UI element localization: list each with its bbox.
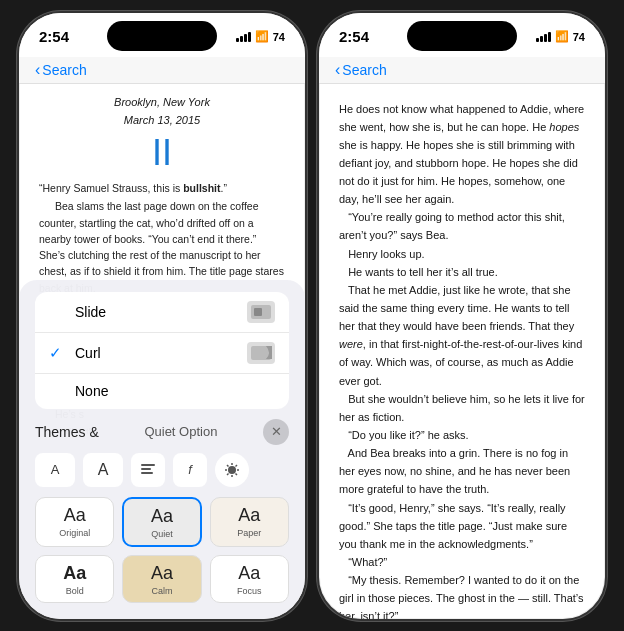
slide-option[interactable]: Slide: [35, 292, 289, 333]
none-option[interactable]: None: [35, 374, 289, 409]
curl-label: Curl: [75, 345, 101, 361]
right-para-6: “Do you like it?” he asks.: [339, 426, 585, 444]
theme-original-aa: Aa: [64, 506, 86, 524]
right-para-10: “My thesis. Remember? I wanted to do it …: [339, 571, 585, 620]
right-para-0: He does not know what happened to Addie,…: [339, 100, 585, 209]
book-location: Brooklyn, New York: [39, 94, 285, 111]
font-increase-button[interactable]: A: [83, 453, 123, 487]
left-nav-bar: ‹ Search: [19, 57, 305, 84]
left-status-icons: 📶 74: [236, 30, 285, 43]
right-book-content: He does not know what happened to Addie,…: [319, 84, 605, 621]
right-para-8: “It’s good, Henry,” she says. “It’s real…: [339, 499, 585, 553]
right-signal-icon: [536, 32, 551, 42]
left-phone: 2:54 📶 74 ‹ Search Brooklyn, N: [17, 11, 307, 621]
quiet-option-label: Quiet Option: [144, 424, 217, 439]
themes-header-row: Themes & Quiet Option ✕: [35, 419, 289, 445]
theme-quiet-label: Quiet: [151, 529, 173, 539]
curl-option[interactable]: ✓ Curl: [35, 333, 289, 374]
none-check: [49, 383, 67, 400]
svg-rect-3: [141, 464, 155, 466]
themes-label: Themes &: [35, 424, 99, 440]
svg-line-14: [227, 473, 229, 475]
left-nav-back-label: Search: [42, 62, 86, 78]
right-para-1: “You’re really going to method actor thi…: [339, 208, 585, 244]
left-back-button[interactable]: ‹ Search: [35, 61, 87, 79]
font-serif-icon[interactable]: f: [173, 453, 207, 487]
slide-check: [49, 303, 67, 320]
right-wifi-icon: 📶: [555, 30, 569, 43]
chapter-number: II: [39, 133, 285, 173]
theme-bold-aa: Aa: [63, 564, 86, 582]
theme-original[interactable]: Aa Original: [35, 497, 114, 547]
right-para-2: Henry looks up.: [339, 245, 585, 263]
slide-panel: Slide ✓ Curl None: [19, 280, 305, 619]
theme-original-label: Original: [59, 528, 90, 538]
right-para-9: “What?”: [339, 553, 585, 571]
wifi-icon: 📶: [255, 30, 269, 43]
svg-rect-4: [141, 468, 151, 470]
close-panel-button[interactable]: ✕: [263, 419, 289, 445]
right-nav-bar: ‹ Search: [319, 57, 605, 84]
theme-calm[interactable]: Aa Calm: [122, 555, 201, 603]
svg-line-13: [236, 465, 238, 467]
theme-paper-aa: Aa: [238, 506, 260, 524]
right-para-5: But she wouldn’t believe him, so he lets…: [339, 390, 585, 426]
phones-container: 2:54 📶 74 ‹ Search Brooklyn, N: [17, 11, 607, 621]
svg-point-6: [228, 466, 236, 474]
dynamic-island: [107, 21, 217, 51]
right-status-icons: 📶 74: [536, 30, 585, 43]
curl-check: ✓: [49, 344, 67, 362]
right-phone: 2:54 📶 74 ‹ Search He does not: [317, 11, 607, 621]
right-nav-back-label: Search: [342, 62, 386, 78]
theme-focus-aa: Aa: [238, 564, 260, 582]
right-back-button[interactable]: ‹ Search: [335, 61, 387, 79]
right-chevron-left-icon: ‹: [335, 61, 340, 79]
theme-paper-label: Paper: [237, 528, 261, 538]
brightness-icon[interactable]: [215, 453, 249, 487]
right-book-text: He does not know what happened to Addie,…: [339, 100, 585, 621]
right-time: 2:54: [339, 28, 369, 45]
right-battery-level: 74: [573, 31, 585, 43]
curl-icon: [247, 342, 275, 364]
svg-rect-5: [141, 472, 153, 474]
right-para-4: That he met Addie, just like he wrote, t…: [339, 281, 585, 390]
theme-bold[interactable]: Aa Bold: [35, 555, 114, 603]
transition-options: Slide ✓ Curl None: [35, 292, 289, 409]
slide-label: Slide: [75, 304, 106, 320]
theme-calm-label: Calm: [151, 586, 172, 596]
svg-line-12: [236, 473, 238, 475]
theme-calm-aa: Aa: [151, 564, 173, 582]
font-style-icon[interactable]: [131, 453, 165, 487]
theme-quiet[interactable]: Aa Quiet: [122, 497, 201, 547]
theme-bold-label: Bold: [66, 586, 84, 596]
chevron-left-icon: ‹: [35, 61, 40, 79]
book-date: March 13, 2015: [39, 112, 285, 129]
theme-paper[interactable]: Aa Paper: [210, 497, 289, 547]
right-dynamic-island: [407, 21, 517, 51]
svg-rect-1: [254, 308, 262, 316]
book-para-0: “Henry Samuel Strauss, this is bullshit.…: [39, 180, 285, 196]
signal-icon: [236, 32, 251, 42]
font-decrease-button[interactable]: A: [35, 453, 75, 487]
theme-grid: Aa Original Aa Quiet Aa Paper Aa Bold Aa: [35, 497, 289, 603]
left-time: 2:54: [39, 28, 69, 45]
none-label: None: [75, 383, 108, 399]
book-header: Brooklyn, New York March 13, 2015 II: [39, 94, 285, 173]
right-para-3: He wants to tell her it’s all true.: [339, 263, 585, 281]
theme-focus[interactable]: Aa Focus: [210, 555, 289, 603]
slide-icon: [247, 301, 275, 323]
svg-line-11: [227, 465, 229, 467]
font-controls-row: A A f: [35, 453, 289, 487]
battery-level: 74: [273, 31, 285, 43]
theme-focus-label: Focus: [237, 586, 262, 596]
theme-quiet-aa: Aa: [151, 507, 173, 525]
right-para-7: And Bea breaks into a grin. There is no …: [339, 444, 585, 498]
